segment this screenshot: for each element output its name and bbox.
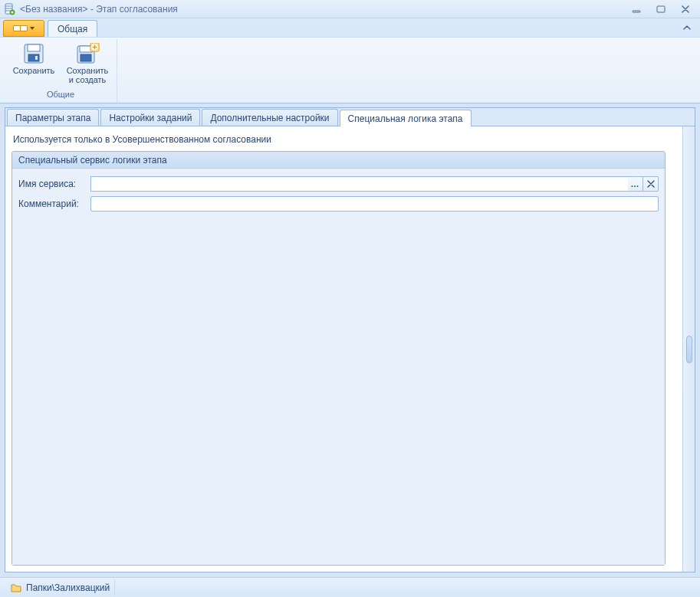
status-path-segment[interactable]: Папки\Залихвацкий <box>6 580 115 595</box>
close-button[interactable] <box>679 4 692 15</box>
svg-rect-7 <box>35 56 38 60</box>
ribbon: Общая Сохранить <box>0 18 700 103</box>
comment-label: Комментарий: <box>18 198 86 209</box>
save-button-label: Сохранить <box>13 66 55 75</box>
service-name-label: Имя сервиса: <box>18 179 86 189</box>
ribbon-tab-label: Общая <box>58 24 87 34</box>
main-panel: Параметры этапа Настройки заданий Дополн… <box>5 107 695 572</box>
save-and-create-icon <box>75 43 100 64</box>
file-menu-icon <box>20 25 28 31</box>
special-service-groupbox: Специальный сервис логики этапа Имя серв… <box>12 151 665 566</box>
svg-rect-3 <box>657 6 665 12</box>
tab-label: Специальная логика этапа <box>348 113 463 124</box>
ribbon-tab-general[interactable]: Общая <box>48 20 97 37</box>
tab-task-settings[interactable]: Настройки заданий <box>100 109 200 126</box>
ellipsis-icon: … <box>631 179 640 189</box>
file-menu-button[interactable] <box>3 20 44 37</box>
tab-stage-parameters[interactable]: Параметры этапа <box>7 109 99 126</box>
minimize-button[interactable] <box>629 4 643 15</box>
editor-tabstrip: Параметры этапа Настройки заданий Дополн… <box>5 108 695 126</box>
service-name-browse-button[interactable]: … <box>628 176 643 192</box>
service-name-clear-button[interactable] <box>643 176 659 192</box>
window-title: <Без названия> - Этап согласования <box>20 4 629 15</box>
groupbox-title: Специальный сервис логики этапа <box>12 152 665 169</box>
maximize-button[interactable] <box>654 4 668 15</box>
svg-rect-2 <box>633 11 640 12</box>
chevron-down-icon <box>30 27 35 30</box>
service-name-input[interactable] <box>90 176 628 192</box>
folder-icon <box>11 583 21 592</box>
svg-rect-10 <box>81 54 91 61</box>
ribbon-group-caption: Общие <box>47 90 74 99</box>
tab-additional-settings[interactable]: Дополнительные настройки <box>202 109 337 126</box>
save-and-create-label-line2: и создать <box>69 75 107 84</box>
status-path-text: Папки\Залихвацкий <box>26 582 110 593</box>
app-document-icon <box>3 3 15 15</box>
vertical-scrollbar[interactable] <box>682 126 695 572</box>
close-icon <box>647 180 655 188</box>
save-icon <box>21 43 46 64</box>
scrollbar-thumb[interactable] <box>686 336 692 363</box>
usage-notice: Используется только в Усовершенствованно… <box>5 126 682 151</box>
save-and-create-button[interactable]: Сохранить и создать <box>63 41 112 88</box>
title-bar: <Без названия> - Этап согласования <box>0 0 700 18</box>
window-controls <box>629 4 697 15</box>
save-and-create-label-line1: Сохранить <box>67 66 109 75</box>
ribbon-collapse-button[interactable] <box>680 21 694 34</box>
comment-input[interactable] <box>90 196 659 212</box>
tab-special-stage-logic[interactable]: Специальная логика этапа <box>340 110 472 126</box>
tab-label: Настройки заданий <box>109 113 192 123</box>
svg-rect-5 <box>28 44 40 51</box>
tab-label: Дополнительные настройки <box>210 113 329 123</box>
save-button[interactable]: Сохранить <box>9 41 58 88</box>
ribbon-group-general: Сохранить Сохранить и со <box>5 39 117 103</box>
tab-label: Параметры этапа <box>15 113 90 123</box>
status-bar: Папки\Залихвацкий <box>0 577 700 597</box>
